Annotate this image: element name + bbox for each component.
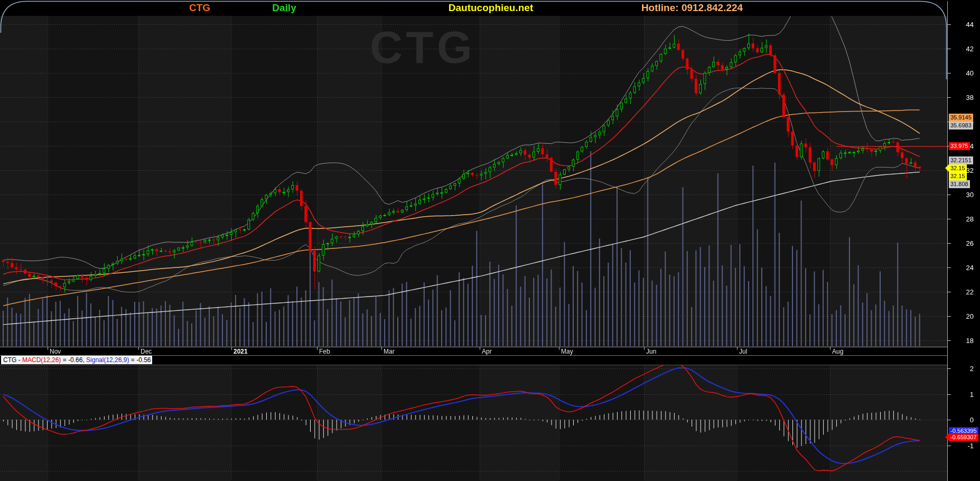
price-axis-tick-label: 28 (947, 215, 980, 223)
price-callout: 33.975 (949, 142, 970, 150)
callout-arrow-icon (945, 433, 949, 441)
macd-callout: -0.659307 (949, 433, 978, 441)
signal-label: Signal(12,26,9) (86, 356, 129, 364)
price-axis-tick-label: 30 (947, 191, 980, 199)
macd-label: MACD(12,26) (22, 356, 61, 364)
signal-value: = -0.56 (129, 356, 151, 364)
price-callout: 32.15 (949, 172, 967, 180)
price-axis-tick-label: 44 (947, 21, 980, 29)
macd-title-bar: CTG - MACD(12,26) = -0.66, Signal(12,26,… (1, 356, 152, 364)
chart-window: CTG Daily Dautucophieu.net Hotline: 0912… (0, 0, 980, 481)
price-callout: 32.2151 (949, 156, 973, 164)
month-label: Jun (646, 348, 656, 355)
month-label: May (561, 348, 573, 355)
month-label: Dec (141, 348, 152, 355)
watermark-symbol: CTG (370, 24, 475, 70)
macd-axis-tick-label: 2 (947, 365, 980, 373)
symbol-label: CTG (189, 2, 210, 14)
macd-title-symbol: CTG - (3, 356, 22, 364)
price-axis-tick-label: 38 (947, 94, 980, 101)
site-brand-label: Dautucophieu.net (449, 2, 533, 14)
price-axis-tick-label: 18 (947, 337, 980, 345)
price-callout: 32.15 (949, 164, 967, 172)
month-label: Aug (832, 348, 843, 355)
hotline-label: Hotline: 0912.842.224 (641, 2, 743, 14)
month-label: Apr (482, 348, 492, 355)
callout-arrow-icon (945, 164, 949, 172)
price-callout: 35.9145 (949, 114, 973, 122)
price-axis-tick-label: 20 (947, 312, 980, 320)
price-axis-tick-label: 40 (947, 69, 980, 77)
month-label: Nov (50, 348, 61, 355)
month-label: Mar (384, 348, 395, 355)
macd-axis-tick-label: -1 (947, 442, 980, 450)
price-chart-canvas[interactable] (0, 0, 980, 481)
price-callout: 31.808 (949, 180, 970, 188)
price-axis-tick-label: 42 (947, 45, 980, 53)
macd-axis-tick-label: 1 (947, 391, 980, 399)
macd-value: = -0.66, (61, 356, 86, 364)
month-label: 2021 (234, 348, 248, 355)
macd-axis-tick-label: 0 (947, 416, 980, 424)
price-axis-tick-label: 24 (947, 264, 980, 272)
price-callout: 35.6983 (949, 122, 973, 130)
price-axis-tick-label: 26 (947, 239, 980, 247)
month-label: Jul (739, 348, 747, 355)
interval-label: Daily (272, 2, 296, 14)
price-axis-tick-label: 22 (947, 288, 980, 296)
month-label: Feb (319, 348, 330, 355)
